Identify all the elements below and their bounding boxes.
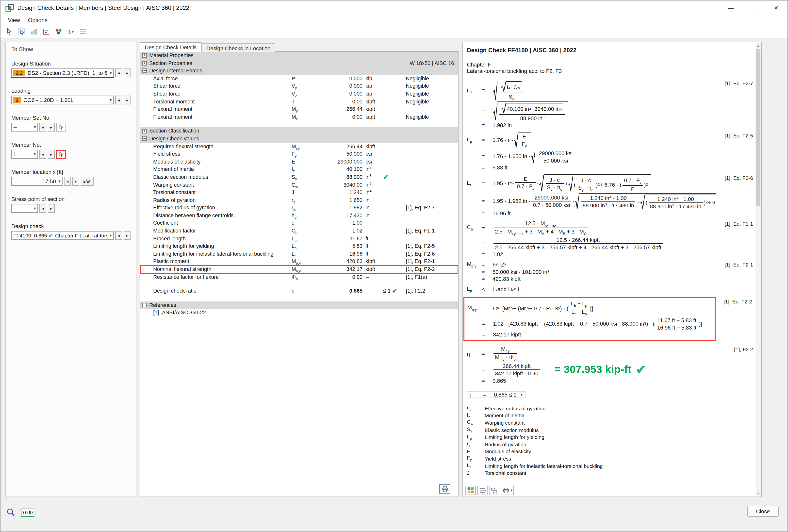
formula-dropdown-icon[interactable]: ▾ bbox=[520, 392, 523, 397]
member-set-pick-button[interactable] bbox=[56, 123, 66, 132]
section-header[interactable]: +Section PropertiesW 18x50 | AISC 16 bbox=[140, 59, 458, 67]
expander-icon[interactable]: + bbox=[142, 61, 147, 65]
stress-point-select[interactable]: -- ▾ bbox=[11, 204, 38, 213]
window-close-button[interactable]: ✕ bbox=[765, 0, 788, 15]
member-location-next-button[interactable]: ► bbox=[73, 177, 79, 186]
row-name: Braced length bbox=[140, 235, 292, 242]
design-check-select[interactable]: FF4100 0.865 ✔ Chapter F | Lateral-torsi… bbox=[11, 231, 114, 240]
table-row[interactable]: Modulus of elasticityE29000.000ksi bbox=[140, 158, 458, 165]
design-situation-select[interactable]: 2.3 DS2 - Section 2.3 (LRFD), 1. to 5. ▾ bbox=[11, 68, 114, 77]
table-row[interactable]: Effective radius of gyrationrts1.982in[1… bbox=[140, 204, 458, 212]
pointer-select-icon[interactable] bbox=[4, 26, 15, 37]
table-row[interactable]: Plastic momentMp,y420.83kipft[1], Eq. F2… bbox=[140, 258, 458, 265]
pick-in-window-icon[interactable] bbox=[16, 26, 27, 37]
expander-icon[interactable]: − bbox=[142, 136, 147, 141]
display-properties-icon[interactable] bbox=[53, 26, 64, 37]
member-set-next-button[interactable]: ► bbox=[48, 123, 55, 132]
decimal-places-button[interactable]: x-zy-4 bbox=[489, 486, 499, 495]
loading-prev-button[interactable]: ◄ bbox=[115, 96, 122, 104]
expander-icon[interactable]: − bbox=[142, 69, 147, 73]
row-name: Nominal flexural strength bbox=[140, 265, 292, 273]
design-check-next-button[interactable]: ► bbox=[124, 231, 131, 240]
table-row[interactable]: [1] ANSI/AISC 360-22 bbox=[140, 309, 458, 317]
table-row[interactable]: Limiting length for yieldingLp5.83ft[1],… bbox=[140, 242, 458, 250]
section-header[interactable]: +Section Classification bbox=[140, 127, 458, 135]
expander-icon[interactable]: + bbox=[142, 54, 147, 58]
section-header[interactable]: −References bbox=[140, 301, 458, 309]
display-settings-button[interactable] bbox=[466, 486, 476, 495]
design-situation-prev-button[interactable]: ◄ bbox=[115, 68, 122, 77]
row-name: Distance between flange centroids bbox=[140, 212, 292, 219]
tab-design-check-details[interactable]: Design Check Details bbox=[140, 42, 201, 52]
section-header[interactable]: −Design Internal Forces bbox=[140, 67, 458, 75]
loading-next-button[interactable]: ► bbox=[124, 96, 131, 104]
result-rows-button[interactable] bbox=[477, 486, 488, 495]
table-row[interactable]: Braced lengthLb11.67ft bbox=[140, 235, 458, 242]
minimize-button[interactable]: — bbox=[720, 0, 742, 15]
member-set-prev-button[interactable]: ◄ bbox=[39, 123, 46, 132]
table-row[interactable]: Required flexural strengthMr,y266.44kipf… bbox=[140, 143, 458, 150]
expander-icon[interactable]: + bbox=[142, 129, 147, 133]
stress-point-next-button[interactable]: ► bbox=[48, 204, 55, 213]
member-location-select[interactable]: 17.50 ▾ bbox=[11, 177, 62, 186]
panels-icon[interactable] bbox=[78, 26, 88, 37]
table-row[interactable]: Shear forceVy0.000kipNegligible bbox=[140, 82, 458, 90]
numbering-icon[interactable]: 1 bbox=[65, 26, 76, 37]
check-panel-toolbar: x-zy-4 ▾ bbox=[466, 486, 514, 495]
member-select[interactable]: 1 ▾ bbox=[11, 150, 38, 159]
table-row[interactable]: Resistance factor for flexureΦb0.90--[1]… bbox=[140, 273, 458, 281]
menu-item-options[interactable]: Options bbox=[24, 17, 51, 24]
table-row[interactable]: Axial forceP0.000kipNegligible bbox=[140, 75, 458, 82]
table-row[interactable]: Torsional constantJ1.240in4 bbox=[140, 189, 458, 196]
table-row[interactable]: Nominal flexural strengthMn,y342.17kipft… bbox=[140, 265, 458, 273]
table-row[interactable]: Shear forceVz0.000kipNegligible bbox=[140, 90, 458, 98]
scroll-up-icon[interactable]: ▲ bbox=[755, 43, 761, 48]
table-row[interactable]: Flexural momentMz0.00kipftNegligible bbox=[140, 113, 458, 121]
table-row[interactable]: Distance between flange centroidsho17.43… bbox=[140, 212, 458, 219]
print-details-button[interactable] bbox=[439, 484, 450, 494]
table-row[interactable]: Modification factorCb1.02--[1], Eq. F1-1 bbox=[140, 227, 458, 235]
print-button[interactable]: ▾ bbox=[501, 486, 514, 495]
dimension-lines-icon[interactable] bbox=[41, 26, 52, 37]
stress-point-prev-button[interactable]: ◄ bbox=[39, 204, 46, 213]
member-prev-button[interactable]: ◄ bbox=[39, 150, 46, 159]
scrollbar-thumb[interactable] bbox=[756, 49, 761, 206]
design-situation-value: DS2 - Section 2.3 (LRFD), 1. to 5. bbox=[27, 70, 109, 76]
location-relative-toggle[interactable]: x/xB bbox=[81, 177, 94, 186]
loading-select[interactable]: 2 CO6 - 1.20D + 1.60L ▾ bbox=[11, 96, 114, 104]
table-row[interactable]: Flexural momentMy266.44kipft bbox=[140, 105, 458, 113]
scroll-down-icon[interactable]: ▼ bbox=[755, 491, 761, 496]
row-unit: kip bbox=[365, 75, 383, 82]
formula-rhs: 420.83 kipft bbox=[492, 276, 520, 282]
menu-item-view[interactable]: View bbox=[4, 17, 23, 24]
section-header[interactable]: −Design Check Values bbox=[140, 135, 458, 143]
member-set-select[interactable]: -- ▾ bbox=[11, 123, 38, 132]
table-row[interactable]: Torsional momentT0.00kipftNegligible bbox=[140, 98, 458, 105]
zoom-icon[interactable] bbox=[6, 508, 15, 517]
section-header[interactable]: +Material Properties bbox=[140, 52, 458, 59]
member-location-prev-button[interactable]: ◄ bbox=[64, 177, 71, 186]
table-row[interactable]: Yield stressFy50.000ksi bbox=[140, 150, 458, 158]
row-value: 0.000 bbox=[319, 90, 365, 98]
design-situation-next-button[interactable]: ► bbox=[124, 68, 131, 77]
tab-design-checks-in-location[interactable]: Design Checks in Location bbox=[201, 43, 276, 52]
table-row[interactable]: Limiting length for inelastic lateral-to… bbox=[140, 250, 458, 258]
member-set-label: Member Set No. bbox=[11, 115, 131, 121]
check-panel-scrollbar[interactable]: ▲ ▼ bbox=[755, 43, 761, 496]
member-next-button[interactable]: ► bbox=[48, 150, 55, 159]
table-row[interactable]: Radius of gyrationrz1.650in bbox=[140, 196, 458, 204]
close-dialog-button[interactable]: Close bbox=[747, 506, 779, 517]
expander-icon[interactable]: − bbox=[142, 303, 147, 308]
table-row[interactable]: Coefficientc1.00-- bbox=[140, 219, 458, 227]
design-check-prev-button[interactable]: ◄ bbox=[115, 231, 122, 240]
table-row[interactable]: Elastic section modulusSy88.900in3✔ bbox=[140, 173, 458, 181]
table-row[interactable]: Moment of inertiaIz40.100in4 bbox=[140, 166, 458, 173]
result-diagrams-icon[interactable] bbox=[28, 26, 39, 37]
row-name: Required flexural strength bbox=[140, 143, 292, 150]
member-pick-button[interactable] bbox=[56, 150, 66, 159]
formula-ref: [1], Eq. F2-7 bbox=[716, 80, 753, 86]
maximize-button[interactable]: □ bbox=[742, 0, 765, 15]
table-row[interactable]: Warping constantCw3040.00in6 bbox=[140, 181, 458, 189]
table-row[interactable]: Design check ratioη0.865--≤ 1✔[1], F2.2 bbox=[140, 287, 458, 295]
row-value: 266.44 bbox=[319, 143, 365, 150]
